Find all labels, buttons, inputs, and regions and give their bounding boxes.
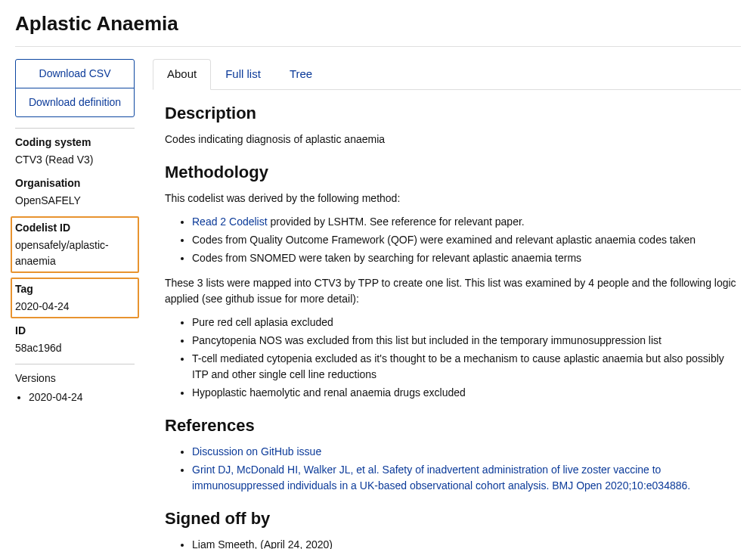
list-item: Codes from Quality Outcome Framework (QO…: [192, 232, 741, 248]
tab-about[interactable]: About: [153, 59, 211, 90]
methodology-exclusions-list: Pure red cell aplasia excluded Pancytope…: [192, 315, 741, 401]
sidebar-divider: [15, 128, 135, 129]
codelist-id-value: opensafely/aplastic-anaemia: [15, 237, 135, 269]
sidebar: Download CSV Download definition Coding …: [15, 59, 135, 405]
organisation-label: Organisation: [15, 175, 135, 191]
download-csv-link[interactable]: Download CSV: [16, 60, 134, 88]
list-item: Codes from SNOMED were taken by searchin…: [192, 250, 741, 266]
versions-label: Versions: [15, 371, 135, 386]
sidebar-divider-2: [15, 364, 135, 364]
methodology-sources-list: Read 2 Codelist provided by LSHTM. See r…: [192, 214, 741, 266]
tag-highlight: Tag 2020-04-24: [11, 278, 139, 318]
list-item: T-cell mediated cytopenia excluded as it…: [192, 351, 741, 383]
description-text: Codes indicating diagnosis of aplastic a…: [165, 132, 741, 147]
organisation-value: OpenSAFELY: [15, 193, 135, 209]
reference-link[interactable]: Discussion on GitHub issue: [192, 445, 321, 458]
version-item[interactable]: 2020-04-24: [29, 389, 135, 405]
read2-codelist-link[interactable]: Read 2 Codelist: [192, 216, 268, 228]
tag-label: Tag: [15, 281, 135, 297]
read2-rest: provided by LSHTM. See reference for rel…: [268, 216, 525, 228]
versions-list: 2020-04-24: [29, 389, 135, 405]
signed-off-heading: Signed off by: [165, 506, 741, 531]
coding-system-label: Coding system: [15, 135, 135, 150]
tab-full-list[interactable]: Full list: [211, 59, 275, 90]
download-box: Download CSV Download definition: [15, 59, 135, 117]
main: About Full list Tree Description Codes i…: [153, 59, 741, 549]
list-item: Liam Smeeth, (April 24, 2020): [192, 537, 741, 550]
tabs: About Full list Tree: [153, 59, 741, 90]
list-item: Discussion on GitHub issue: [192, 444, 741, 460]
codelist-id-label: Codelist ID: [15, 220, 135, 236]
description-heading: Description: [165, 101, 741, 126]
reference-link[interactable]: Grint DJ, McDonald HI, Walker JL, et al.…: [192, 464, 690, 492]
page-title: Aplastic Anaemia: [15, 9, 741, 39]
methodology-intro: This codelist was derived by the followi…: [165, 191, 741, 206]
download-definition-link[interactable]: Download definition: [16, 88, 134, 116]
references-list: Discussion on GitHub issue Grint DJ, McD…: [192, 444, 741, 494]
list-item: Hypoplastic haemolytic and renal anaemia…: [192, 385, 741, 401]
id-value: 58ac196d: [15, 340, 135, 356]
layout: Download CSV Download definition Coding …: [15, 59, 741, 549]
signed-off-list: Liam Smeeth, (April 24, 2020) Helen McDo…: [192, 537, 741, 550]
references-heading: References: [165, 413, 741, 438]
coding-system-value: CTV3 (Read V3): [15, 152, 135, 168]
codelist-id-highlight: Codelist ID opensafely/aplastic-anaemia: [11, 216, 139, 273]
methodology-heading: Methodology: [165, 160, 741, 185]
methodology-mapping-note: These 3 lists were mapped into CTV3 by T…: [165, 275, 741, 307]
title-divider: [15, 46, 741, 47]
tab-tree[interactable]: Tree: [275, 59, 327, 90]
tab-content: Description Codes indicating diagnosis o…: [153, 101, 741, 550]
tag-value: 2020-04-24: [15, 299, 135, 315]
list-item: Pure red cell aplasia excluded: [192, 315, 741, 330]
list-item: Pancytopenia NOS was excluded from this …: [192, 333, 741, 349]
list-item: Read 2 Codelist provided by LSHTM. See r…: [192, 214, 741, 230]
id-label: ID: [15, 323, 135, 339]
list-item: Grint DJ, McDonald HI, Walker JL, et al.…: [192, 462, 741, 494]
